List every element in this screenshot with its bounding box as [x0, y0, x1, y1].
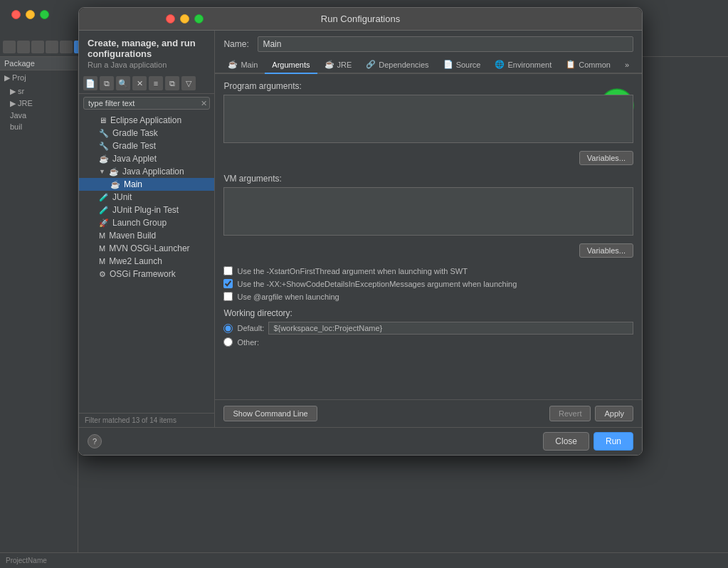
apply-btn[interactable]: Apply	[595, 406, 633, 421]
java-app-icon: ☕	[109, 167, 119, 177]
checkbox-showcode-label: Use the -XX:+ShowCodeDetailsInExceptionM…	[237, 280, 517, 288]
eclipse-app-icon: 🖥	[99, 116, 107, 125]
filter-input[interactable]	[83, 97, 210, 110]
right-panel: Name: ☕ Main Arguments ☕ JRE 🔗 Depe	[215, 31, 642, 427]
maximize-button[interactable]	[40, 10, 49, 19]
toolbar-icon-2[interactable]	[17, 41, 30, 53]
checkbox-showcode[interactable]	[223, 279, 233, 288]
footer-right: Revert Apply	[549, 406, 633, 421]
program-args-wrap	[223, 95, 633, 145]
run-button-action[interactable]: Run	[594, 432, 633, 451]
tree-item-launch-group[interactable]: 🚀 Launch Group	[79, 216, 214, 229]
tab-jre[interactable]: ☕ JRE	[317, 56, 359, 74]
status-text: ProjectName	[6, 557, 47, 564]
revert-btn[interactable]: Revert	[549, 406, 591, 421]
tab-source-icon: 📄	[443, 60, 453, 69]
sidebar-jre[interactable]: ▶ JRE	[0, 98, 78, 110]
sidebar-src[interactable]: ▶ sr	[0, 85, 78, 98]
tab-common-label: Common	[579, 61, 611, 69]
program-args-label: Program arguments:	[223, 81, 633, 91]
dialog-title-text: Run Configurations	[321, 14, 400, 24]
default-radio[interactable]	[223, 324, 233, 333]
toolbar-icon-1[interactable]	[3, 41, 16, 53]
default-radio-label: Default:	[237, 324, 264, 332]
tab-dependencies[interactable]: 🔗 Dependencies	[359, 56, 436, 74]
gradle-task-label: Gradle Task	[112, 128, 158, 138]
delete-btn[interactable]: 🔍	[116, 76, 130, 90]
program-args-variables-btn[interactable]: Variables...	[579, 151, 633, 165]
remove-btn[interactable]: ✕	[132, 76, 147, 90]
toolbar-icon-4[interactable]	[46, 41, 58, 53]
dialog-close-btn[interactable]	[166, 14, 175, 23]
show-command-line-btn[interactable]: Show Command Line	[223, 406, 317, 421]
tab-environment[interactable]: 🌐 Environment	[487, 56, 559, 74]
eclipse-app-label: Eclipse Application	[110, 115, 181, 125]
dialog-body: Create, manage, and run configurations R…	[79, 31, 642, 427]
tree-item-junit[interactable]: 🧪 JUnit	[79, 191, 214, 204]
collapse-btn[interactable]: ⧉	[165, 76, 179, 90]
tab-main[interactable]: ☕ Main	[221, 56, 265, 74]
tree-item-osgi[interactable]: ⚙ OSGi Framework	[79, 268, 214, 280]
tree-item-java-application[interactable]: ▼ ☕ Java Application	[79, 165, 214, 178]
tab-more[interactable]: »	[618, 56, 636, 74]
expand-btn[interactable]: ▽	[181, 76, 196, 90]
launch-group-icon: 🚀	[99, 219, 109, 228]
tree-item-mvn-osgi[interactable]: M MVN OSGi-Launcher	[79, 242, 214, 255]
tab-jre-label: JRE	[337, 61, 352, 69]
tree-item-junit-plugin[interactable]: 🧪 JUnit Plug-in Test	[79, 204, 214, 216]
dialog-footer: Show Command Line Revert Apply	[215, 399, 642, 427]
checkbox-xstart[interactable]	[223, 266, 233, 275]
tree-item-eclipse-app[interactable]: 🖥 Eclipse Application	[79, 114, 214, 127]
junit-label: JUnit	[112, 192, 132, 202]
action-buttons: Close Run	[543, 432, 633, 451]
gradle-task-icon: 🔧	[99, 129, 109, 138]
tab-arguments[interactable]: Arguments	[265, 56, 317, 74]
arguments-tab-content: Program arguments: Variables... VM argum…	[215, 74, 642, 399]
tab-common[interactable]: 📋 Common	[559, 56, 618, 74]
tree-item-gradle-test[interactable]: 🔧 Gradle Test	[79, 140, 214, 152]
tab-more-label: »	[625, 61, 629, 69]
tree-item-gradle-task[interactable]: 🔧 Gradle Task	[79, 127, 214, 140]
help-button[interactable]: ?	[88, 434, 102, 448]
junit-plugin-icon: 🧪	[99, 206, 109, 215]
gradle-test-label: Gradle Test	[112, 141, 156, 151]
dialog-max-btn[interactable]	[194, 14, 204, 23]
vm-args-variables-btn[interactable]: Variables...	[579, 243, 633, 258]
tab-jre-icon: ☕	[325, 60, 334, 69]
checkbox-xstart-row: Use the -XstartOnFirstThread argument wh…	[223, 266, 633, 275]
name-row: Name:	[215, 31, 642, 56]
run-configurations-dialog: Run Configurations Create, manage, and r…	[78, 7, 643, 456]
launch-group-label: Launch Group	[112, 218, 167, 228]
filter-status: Filter matched 13 of 14 items	[79, 413, 214, 427]
java-applet-icon: ☕	[99, 154, 109, 164]
dialog-window-controls	[166, 14, 204, 23]
checkbox-argfile-label: Use @argfile when launching	[237, 293, 339, 301]
tree-item-maven-build[interactable]: M Maven Build	[79, 229, 214, 242]
vm-args-textarea[interactable]	[223, 187, 633, 236]
sidebar-java[interactable]: Java	[0, 110, 78, 121]
close-button[interactable]	[11, 10, 21, 19]
duplicate-btn[interactable]: ⧉	[100, 76, 114, 90]
other-radio[interactable]	[223, 337, 233, 347]
tree-item-main[interactable]: ☕ Main	[79, 178, 214, 191]
new-config-btn[interactable]: 📄	[83, 76, 97, 90]
checkbox-argfile[interactable]	[223, 292, 233, 301]
gradle-test-icon: 🔧	[99, 142, 109, 151]
tab-source[interactable]: 📄 Source	[436, 56, 488, 74]
toolbar-icon-3[interactable]	[31, 41, 44, 53]
tree-item-java-applet[interactable]: ☕ Java Applet	[79, 152, 214, 165]
main-label: Main	[124, 179, 142, 189]
toolbar-icon-5[interactable]	[60, 41, 73, 53]
tree-item-mwe2[interactable]: M Mwe2 Launch	[79, 255, 214, 268]
mwe2-label: Mwe2 Launch	[109, 256, 162, 266]
package-explorer: Package ▶ Proj ▶ sr ▶ JRE Java buil	[0, 57, 78, 568]
minimize-button[interactable]	[26, 10, 35, 19]
filter-clear-icon[interactable]: ✕	[201, 99, 207, 108]
sidebar-build[interactable]: buil	[0, 121, 78, 132]
filter-btn[interactable]: ≡	[149, 76, 163, 90]
dialog-min-btn[interactable]	[180, 14, 189, 23]
name-input[interactable]	[258, 36, 633, 52]
close-button-action[interactable]: Close	[543, 432, 589, 451]
sidebar-proj[interactable]: ▶ Proj	[0, 70, 78, 85]
program-args-textarea[interactable]	[223, 95, 633, 143]
